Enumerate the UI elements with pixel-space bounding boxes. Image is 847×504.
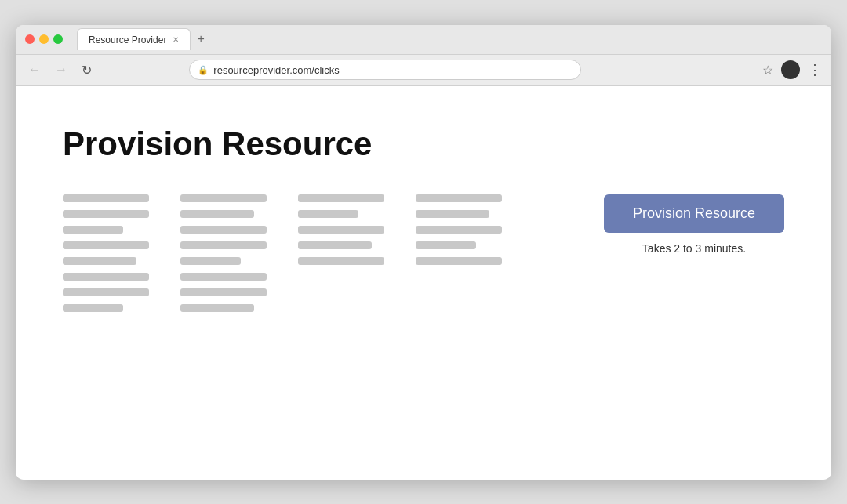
skeleton-columns xyxy=(63,194,557,312)
skeleton-line xyxy=(63,288,149,296)
skeleton-col-4 xyxy=(416,194,502,312)
skeleton-line xyxy=(298,241,372,249)
action-panel: Provision Resource Takes 2 to 3 minutes. xyxy=(604,194,784,255)
skeleton-line xyxy=(63,210,149,218)
skeleton-line xyxy=(180,226,267,234)
traffic-light-red[interactable] xyxy=(25,34,35,44)
skeleton-col-3 xyxy=(298,194,384,312)
skeleton-line xyxy=(63,194,149,202)
skeleton-line xyxy=(416,210,489,218)
traffic-lights xyxy=(25,34,63,44)
browser-window: Resource Provider ✕ + ← → ↻ 🔒 resourcepr… xyxy=(16,25,831,480)
main-layout: Provision Resource Takes 2 to 3 minutes. xyxy=(63,194,784,312)
skeleton-line xyxy=(63,304,123,312)
address-bar: ← → ↻ 🔒 resourceprovider.com/clicks ☆ ⋮ xyxy=(16,55,831,86)
skeleton-line xyxy=(416,241,476,249)
skeleton-line xyxy=(180,273,267,281)
skeleton-line xyxy=(180,304,254,312)
page-content: Provision Resource xyxy=(16,86,831,480)
url-text: resourceprovider.com/clicks xyxy=(213,64,339,76)
menu-button[interactable]: ⋮ xyxy=(808,61,822,78)
url-bar[interactable]: 🔒 resourceprovider.com/clicks xyxy=(189,60,581,80)
tab-bar: Resource Provider ✕ + xyxy=(77,28,822,50)
skeleton-line xyxy=(416,194,502,202)
tab-close-icon[interactable]: ✕ xyxy=(173,35,179,44)
skeleton-line xyxy=(63,226,123,234)
action-subtext: Takes 2 to 3 minutes. xyxy=(642,242,746,255)
skeleton-line xyxy=(63,273,149,281)
forward-button[interactable]: → xyxy=(52,61,71,78)
lock-icon: 🔒 xyxy=(198,65,209,75)
skeleton-line xyxy=(180,241,267,249)
skeleton-line xyxy=(298,210,358,218)
refresh-button[interactable]: ↻ xyxy=(78,61,95,79)
skeleton-line xyxy=(180,194,267,202)
back-button[interactable]: ← xyxy=(25,61,44,78)
skeleton-line xyxy=(298,194,384,202)
skeleton-line xyxy=(180,257,241,265)
skeleton-col-2 xyxy=(180,194,267,312)
toolbar-right: ☆ ⋮ xyxy=(762,60,822,79)
browser-tab[interactable]: Resource Provider ✕ xyxy=(77,28,191,50)
skeleton-line xyxy=(63,241,149,249)
skeleton-line xyxy=(298,226,384,234)
skeleton-line xyxy=(180,210,254,218)
skeleton-line xyxy=(63,257,136,265)
skeleton-col-1 xyxy=(63,194,149,312)
skeleton-line xyxy=(416,226,502,234)
page-title: Provision Resource xyxy=(63,125,784,163)
tab-title: Resource Provider xyxy=(89,34,166,45)
skeleton-line xyxy=(298,257,384,265)
traffic-light-green[interactable] xyxy=(53,34,63,44)
avatar xyxy=(781,60,800,79)
new-tab-button[interactable]: + xyxy=(194,32,207,46)
traffic-light-yellow[interactable] xyxy=(39,34,49,44)
bookmark-button[interactable]: ☆ xyxy=(762,63,773,78)
skeleton-line xyxy=(416,257,502,265)
provision-resource-button[interactable]: Provision Resource xyxy=(604,194,784,233)
title-bar: Resource Provider ✕ + xyxy=(16,25,831,55)
skeleton-line xyxy=(180,288,267,296)
